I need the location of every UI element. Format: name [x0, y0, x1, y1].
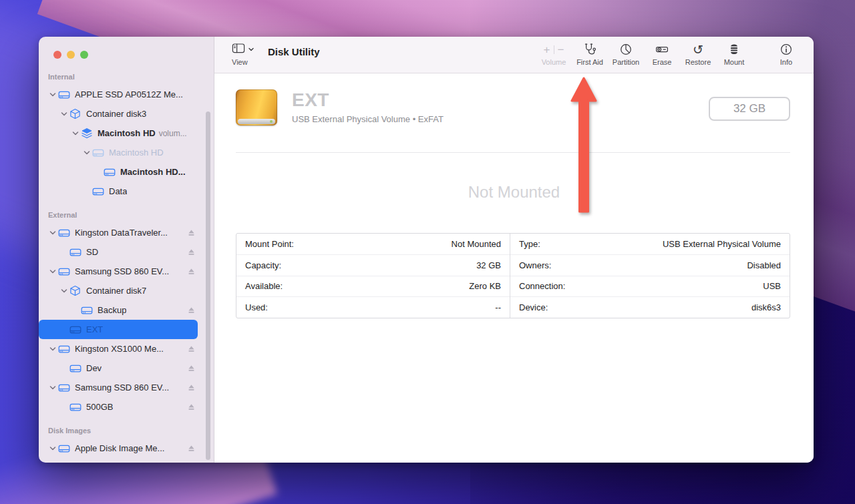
- view-label: View: [232, 58, 248, 66]
- volume-detail-view: EXT USB External Physical Volume • ExFAT…: [214, 73, 814, 463]
- view-button[interactable]: View: [232, 42, 254, 66]
- chevron-down-icon[interactable]: [58, 287, 69, 295]
- drive-icon: [69, 247, 86, 258]
- sidebar-item-data[interactable]: Data: [39, 182, 198, 201]
- chevron-down-icon[interactable]: [47, 229, 58, 237]
- main-pane: View Disk Utility +−VolumeFirst AidParti…: [214, 37, 814, 463]
- detail-row: Mount Point:Not Mounted: [236, 234, 510, 254]
- drive-icon: [58, 266, 74, 277]
- eject-icon[interactable]: [188, 445, 195, 452]
- chevron-down-icon[interactable]: [47, 91, 58, 99]
- eject-icon[interactable]: [188, 384, 195, 391]
- details-table: Mount Point:Not MountedCapacity:32 GBAva…: [236, 233, 790, 318]
- size-badge: 32 GB: [709, 97, 790, 121]
- eject-icon[interactable]: [188, 229, 195, 236]
- toolbar-first-aid-button[interactable]: First Aid: [573, 42, 607, 66]
- volume-header: EXT USB External Physical Volume • ExFAT…: [236, 88, 790, 125]
- chevron-down-icon[interactable]: [81, 149, 92, 157]
- detail-value: Disabled: [747, 260, 781, 270]
- sidebar-item-kingston-xs1000-me[interactable]: Kingston XS1000 Me...: [39, 339, 198, 358]
- drive-icon: [104, 167, 120, 178]
- detail-value: USB: [763, 281, 781, 291]
- sidebar-section: Disk ImagesApple Disk Image Me...: [39, 427, 214, 458]
- volume-titles: EXT USB External Physical Volume • ExFAT: [292, 88, 444, 124]
- sidebar-item-dev[interactable]: Dev: [39, 358, 198, 378]
- sidebar-item-label: Backup: [98, 305, 126, 315]
- sidebar-item-label: SD: [86, 247, 98, 257]
- sidebar-item-label: Samsung SSD 860 EV...: [75, 266, 169, 276]
- stethoscope-icon: [582, 42, 597, 57]
- cube-icon: [69, 108, 86, 119]
- sidebar-item-samsung-ssd-860-ev[interactable]: Samsung SSD 860 EV...: [39, 378, 198, 397]
- detail-label: Device:: [519, 302, 548, 312]
- toolbar-restore-label: Restore: [685, 58, 711, 66]
- sidebar-item-label: 500GB: [86, 402, 113, 412]
- details-column-left: Mount Point:Not MountedCapacity:32 GBAva…: [236, 234, 510, 318]
- detail-row: Owners:Disabled: [510, 254, 790, 276]
- toolbar-volume-label: Volume: [542, 58, 566, 66]
- sidebar-item-label: Samsung SSD 860 EV...: [75, 383, 169, 393]
- sidebar-item-samsung-ssd-860-ev[interactable]: Samsung SSD 860 EV...: [39, 262, 198, 281]
- eject-icon[interactable]: [188, 268, 195, 275]
- pie-icon: [619, 42, 633, 57]
- sidebar-item-container-disk7[interactable]: Container disk7: [39, 281, 198, 300]
- sidebar-item-500gb[interactable]: 500GB: [39, 397, 198, 417]
- disk-utility-window: InternalAPPLE SSD AP0512Z Me...Container…: [39, 37, 814, 463]
- sidebar-item-label: Macintosh HD: [98, 128, 156, 138]
- detail-value: disk6s3: [751, 302, 781, 312]
- detail-row: Device:disk6s3: [510, 296, 790, 318]
- sidebar-item-apple-disk-image-me[interactable]: Apple Disk Image Me...: [39, 439, 198, 458]
- close-button[interactable]: [53, 51, 61, 59]
- sidebar-item-ext[interactable]: EXT: [39, 320, 198, 339]
- info-icon: [779, 42, 794, 57]
- chevron-down-icon[interactable]: [69, 130, 81, 138]
- toolbar-first-aid-label: First Aid: [576, 58, 603, 66]
- sidebar-item-apple-ssd-ap0512z-me[interactable]: APPLE SSD AP0512Z Me...: [39, 85, 198, 104]
- detail-label: Owners:: [519, 260, 551, 270]
- chevron-down-icon[interactable]: [47, 268, 58, 276]
- sidebar-item-macintosh-hd[interactable]: Macintosh HDvolum...: [39, 123, 198, 143]
- drive-icon: [92, 148, 108, 158]
- toolbar-mount-button[interactable]: Mount: [717, 42, 751, 66]
- minimize-button[interactable]: [67, 51, 75, 59]
- sidebar-item-sd[interactable]: SD: [39, 242, 198, 262]
- eject-icon[interactable]: [188, 306, 195, 314]
- sidebar-section-title: External: [48, 211, 214, 219]
- toolbar: View Disk Utility +−VolumeFirst AidParti…: [214, 37, 814, 73]
- sidebar-item-label: Container disk3: [86, 109, 146, 119]
- detail-label: Type:: [519, 239, 540, 249]
- chevron-down-icon[interactable]: [47, 445, 58, 453]
- toolbar-mount-label: Mount: [724, 58, 745, 66]
- sidebar-item-backup[interactable]: Backup: [39, 300, 198, 320]
- drive-icon: [69, 324, 86, 335]
- detail-row: Capacity:32 GB: [236, 254, 510, 276]
- detail-row: Available:Zero KB: [236, 276, 510, 297]
- toolbar-info-button[interactable]: Info: [770, 42, 803, 66]
- zoom-button[interactable]: [80, 51, 88, 59]
- toolbar-restore-button[interactable]: ↺Restore: [681, 42, 715, 66]
- chevron-down-icon[interactable]: [58, 110, 69, 118]
- eject-icon[interactable]: [188, 364, 195, 372]
- eject-icon[interactable]: [188, 403, 195, 411]
- sidebar-item-kingston-datatraveler[interactable]: Kingston DataTraveler...: [39, 223, 198, 242]
- sidebar-item-container-disk3[interactable]: Container disk3: [39, 104, 198, 123]
- undo-icon: ↺: [693, 42, 703, 57]
- sidebar-item-label: APPLE SSD AP0512Z Me...: [75, 89, 183, 99]
- layers-icon: [81, 128, 97, 139]
- detail-label: Available:: [245, 281, 283, 291]
- eject-icon[interactable]: [188, 345, 195, 352]
- details-column-right: Type:USB External Physical VolumeOwners:…: [510, 234, 790, 318]
- sidebar-scrollbar[interactable]: [206, 111, 210, 460]
- eject-icon[interactable]: [188, 248, 195, 256]
- chevron-down-icon[interactable]: [47, 384, 58, 392]
- sidebar-section: InternalAPPLE SSD AP0512Z Me...Container…: [39, 73, 214, 201]
- toolbar-partition-button[interactable]: Partition: [609, 42, 643, 66]
- detail-label: Capacity:: [245, 260, 281, 270]
- detail-label: Used:: [245, 302, 268, 312]
- sidebar-item-label: Macintosh HD: [109, 148, 164, 158]
- toolbar-erase-button[interactable]: Erase: [645, 42, 679, 66]
- drive-icon: [92, 186, 108, 197]
- sidebar-item-macintosh-hd[interactable]: Macintosh HD...: [39, 162, 198, 182]
- chevron-down-icon[interactable]: [47, 345, 58, 353]
- sidebar-item-macintosh-hd[interactable]: Macintosh HD: [39, 143, 198, 162]
